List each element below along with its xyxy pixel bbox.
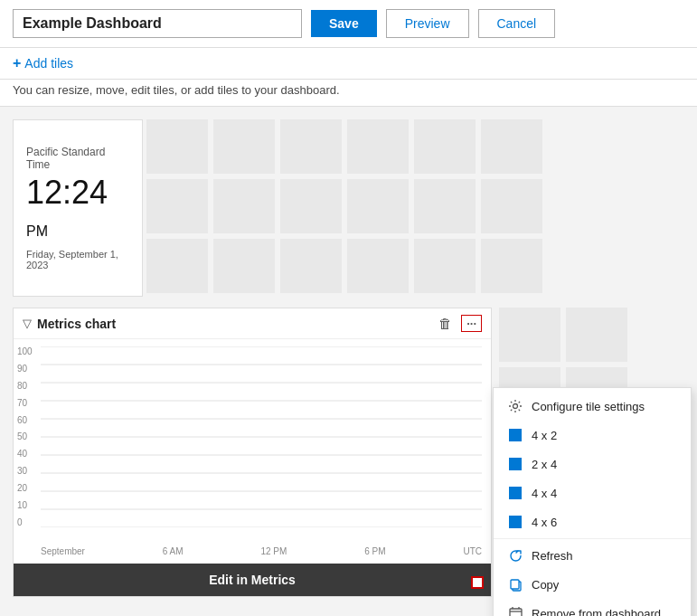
y-label-90: 90 (17, 364, 33, 374)
empty-tile (146, 239, 208, 293)
time-value: 12:24 (26, 174, 108, 211)
date-display: Friday, September 1, 2023 (26, 249, 129, 270)
y-label-100: 100 (17, 346, 33, 356)
top-bar: Save Preview Cancel (0, 0, 697, 48)
menu-item-remove-label: Remove from dashboard (532, 607, 661, 617)
gear-icon (508, 399, 523, 413)
add-tiles-label: Add tiles (24, 56, 73, 71)
menu-item-4x4[interactable]: 4 x 4 (494, 479, 691, 507)
ampm-value: PM (26, 223, 48, 239)
menu-item-refresh[interactable]: Refresh (494, 541, 691, 570)
hint-label: You can resize, move, edit tiles, or add… (13, 83, 340, 97)
copy-icon (508, 577, 523, 592)
dashboard-title-input[interactable] (13, 9, 302, 38)
svg-point-11 (513, 404, 518, 409)
metrics-tile: ▽ Metrics chart 🗑 ··· 100 90 80 70 60 50… (13, 308, 492, 597)
empty-tile (347, 179, 409, 233)
menu-divider-1 (494, 538, 691, 539)
menu-item-4x2-label: 4 x 2 (532, 429, 557, 442)
empty-tile (414, 119, 476, 174)
empty-tile (499, 308, 560, 362)
menu-item-refresh-label: Refresh (532, 549, 573, 563)
menu-item-4x6[interactable]: 4 x 6 (494, 507, 691, 536)
svg-rect-14 (510, 609, 522, 617)
menu-item-2x4[interactable]: 2 x 4 (494, 450, 691, 479)
x-label-12pm: 12 PM (260, 546, 287, 556)
x-axis: September 6 AM 12 PM 6 PM UTC (41, 546, 482, 556)
menu-item-copy[interactable]: Copy (494, 570, 691, 599)
empty-tile (566, 308, 627, 362)
save-button[interactable]: Save (311, 10, 377, 37)
y-label-40: 40 (17, 449, 33, 459)
timezone-label: Pacific Standard Time (26, 146, 129, 171)
refresh-icon (508, 548, 523, 563)
y-label-50: 50 (17, 431, 33, 441)
remove-icon (508, 606, 523, 616)
menu-item-remove[interactable]: Remove from dashboard (494, 599, 691, 616)
y-label-60: 60 (17, 415, 33, 425)
context-menu: Configure tile settings 4 x 2 2 x 4 4 x … (493, 387, 692, 616)
more-options-button[interactable]: ··· (461, 315, 482, 332)
menu-item-2x4-label: 2 x 4 (532, 458, 557, 471)
hint-text: You can resize, move, edit tiles, or add… (0, 80, 697, 107)
empty-tile (213, 239, 275, 293)
empty-tile (146, 119, 208, 174)
empty-tile (280, 179, 342, 233)
x-label-sep: September (41, 546, 85, 556)
metrics-tile-header: ▽ Metrics chart 🗑 ··· (14, 308, 491, 339)
clock-tile: Pacific Standard Time 12:24 PM Friday, S… (13, 119, 143, 297)
empty-tile (481, 179, 542, 233)
chart-svg (41, 346, 482, 527)
y-axis: 100 90 80 70 60 50 40 30 20 10 0 (17, 346, 33, 527)
y-label-80: 80 (17, 381, 33, 391)
top-grid-tiles (146, 119, 542, 293)
empty-tile (280, 239, 342, 293)
size-4x6-icon (508, 515, 523, 529)
menu-item-4x2[interactable]: 4 x 2 (494, 421, 691, 450)
x-label-6pm: 6 PM (364, 546, 385, 556)
toolbar: + Add tiles (0, 48, 697, 80)
y-label-30: 30 (17, 466, 33, 476)
metrics-actions: 🗑 ··· (437, 314, 482, 333)
size-4x2-icon (508, 428, 523, 442)
filter-icon: ▽ (23, 317, 32, 330)
size-4x4-icon (508, 486, 523, 500)
y-label-10: 10 (17, 500, 33, 510)
dashboard-area: Pacific Standard Time 12:24 PM Friday, S… (0, 107, 697, 609)
cancel-button[interactable]: Cancel (478, 9, 556, 38)
preview-button[interactable]: Preview (386, 9, 469, 38)
edit-in-metrics-button[interactable]: Edit in Metrics (14, 564, 491, 596)
size-2x4-icon (508, 457, 523, 471)
svg-rect-13 (511, 580, 519, 589)
empty-tile (213, 119, 275, 174)
add-tiles-button[interactable]: + Add tiles (13, 55, 73, 71)
empty-tile (146, 179, 208, 233)
chart-svg-container (41, 346, 482, 527)
x-label-6am: 6 AM (163, 546, 184, 556)
metrics-title: Metrics chart (37, 317, 116, 331)
metrics-title-row: ▽ Metrics chart (23, 317, 116, 331)
empty-tile (481, 239, 542, 293)
empty-tile (481, 119, 542, 174)
empty-tile (213, 179, 275, 233)
y-label-20: 20 (17, 483, 33, 493)
menu-item-configure[interactable]: Configure tile settings (494, 392, 691, 421)
menu-item-copy-label: Copy (532, 578, 559, 592)
menu-item-4x4-label: 4 x 4 (532, 487, 557, 500)
resize-handle[interactable] (471, 576, 484, 589)
empty-tile (280, 119, 342, 174)
y-label-0: 0 (17, 517, 33, 527)
delete-tile-button[interactable]: 🗑 (437, 314, 454, 333)
y-label-70: 70 (17, 398, 33, 408)
menu-item-configure-label: Configure tile settings (532, 400, 645, 413)
empty-tile (414, 179, 476, 233)
x-label-utc: UTC (463, 546, 482, 556)
empty-tile (347, 239, 409, 293)
empty-tile (414, 239, 476, 293)
menu-item-4x6-label: 4 x 6 (532, 516, 557, 529)
plus-icon: + (13, 55, 21, 71)
empty-tile (347, 119, 409, 174)
chart-area: 100 90 80 70 60 50 40 30 20 10 0 (14, 339, 491, 564)
time-display: 12:24 PM (26, 176, 129, 242)
